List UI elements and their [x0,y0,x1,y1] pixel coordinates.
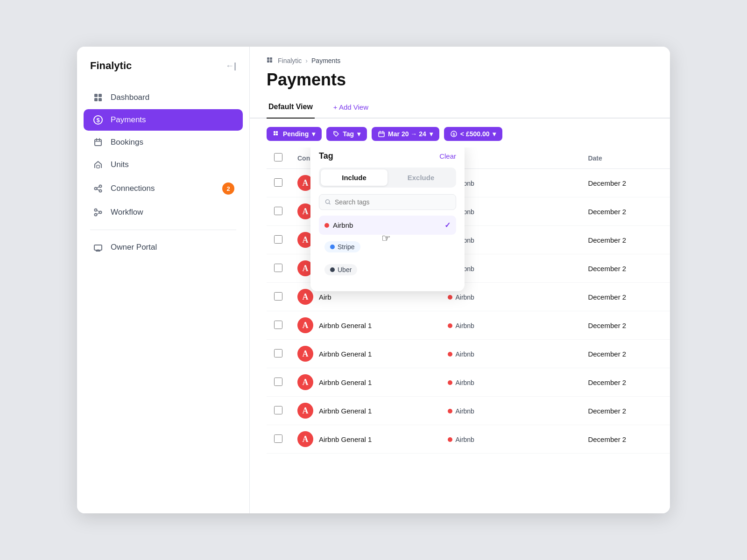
sidebar-item-units[interactable]: Units [84,154,243,175]
units-icon [92,160,104,169]
row-checkbox-3[interactable] [274,235,282,244]
tab-default-view[interactable]: Default View [267,98,315,119]
tag-badge-7: Airbnb [448,350,474,358]
table-row: AAirbnb General 1 Airbnb December 2 [267,340,670,368]
row-checkbox-10[interactable] [274,434,282,443]
tag-dot-5 [448,295,452,300]
filters-row: Pending ▾ Tag ▾ Mar 20 → 24 ▾ $ < £500.0… [250,119,670,147]
sidebar-item-label-owner-portal: Owner Portal [111,243,157,252]
svg-point-9 [99,185,102,188]
collapse-sidebar-button[interactable]: ←| [226,61,236,71]
sidebar-divider [90,230,236,230]
filter-tag-label: Tag [343,130,354,138]
payments-icon: $ [92,115,104,125]
filter-date[interactable]: Mar 20 → 24 ▾ [372,127,439,141]
filter-amount[interactable]: $ < £500.00 ▾ [444,127,503,141]
uber-tag-pill: Uber [324,264,357,275]
page-title: Payments [250,67,670,98]
tag-badge-6: Airbnb [448,322,474,329]
filter-pending-arrow: ▾ [312,130,315,138]
airbnb-icon-6: A [297,317,313,333]
row-checkbox-1[interactable] [274,178,282,187]
select-all-checkbox[interactable] [274,153,282,161]
svg-rect-19 [274,131,275,133]
stripe-tag-pill: Stripe [324,241,360,252]
filter-tag[interactable]: Tag ▾ [326,127,367,141]
tab-add-view[interactable]: + Add View [331,98,370,119]
sidebar-item-label-workflow: Workflow [111,208,143,217]
col-date: Date [580,147,670,169]
connection-cell-5: AAirb [297,289,433,305]
toggle-row: Include Exclude [319,168,456,188]
breadcrumb-sep: › [305,57,308,64]
connections-badge: 2 [222,182,234,195]
filter-amount-arrow: ▾ [493,130,496,138]
row-checkbox-7[interactable] [274,349,282,357]
toggle-exclude-button[interactable]: Exclude [388,169,454,186]
svg-text:$: $ [452,132,455,137]
filter-date-arrow: ▾ [430,130,433,138]
svg-point-8 [95,188,97,190]
sidebar-item-payments[interactable]: $ Payments [84,109,243,131]
svg-rect-7 [97,165,99,168]
row-checkbox-5[interactable] [274,292,282,301]
row-checkbox-9[interactable] [274,406,282,414]
breadcrumb-root: Finalytic [278,57,302,64]
airbnb-icon-7: A [297,346,313,362]
filter-date-label: Mar 20 → 24 [388,130,426,138]
svg-point-13 [95,214,97,216]
tag-badge-10: Airbnb [448,436,474,443]
row-checkbox-6[interactable] [274,321,282,329]
tag-dot-6 [448,323,452,328]
sidebar-item-dashboard[interactable]: Dashboard [84,87,243,108]
table-row: AAirbnb General 1 Airbnb December 2 [267,397,670,425]
dashboard-icon [92,93,104,102]
filter-tag-arrow: ▾ [357,130,360,138]
tag-option-stripe[interactable]: Stripe [319,236,456,258]
connection-cell-10: AAirbnb General 1 [297,431,433,447]
table-row: AAirbnb General 1 Airbnb December 2 [267,425,670,454]
filter-pending[interactable]: Pending ▾ [267,127,322,141]
sidebar-item-label-dashboard: Dashboard [111,93,149,102]
tag-badge-8: Airbnb [448,379,474,386]
tag-search-input[interactable] [335,198,450,206]
sidebar-item-owner-portal[interactable]: Owner Portal [84,237,243,258]
svg-rect-16 [270,57,272,60]
dropdown-clear-button[interactable]: Clear [439,152,456,160]
svg-rect-17 [267,60,269,63]
toggle-include-button[interactable]: Include [321,169,388,186]
tag-option-airbnb[interactable]: Airbnb ✓ [319,216,456,235]
connections-icon [92,184,104,193]
airbnb-check-icon: ✓ [444,221,451,230]
tag-option-airbnb-label: Airbnb [333,221,353,229]
svg-rect-1 [99,94,102,97]
app-logo-row: Finalytic ←| [77,60,249,87]
sidebar-item-workflow[interactable]: Workflow [84,202,243,223]
tag-option-airbnb-left: Airbnb [324,221,353,229]
connection-cell-9: AAirbnb General 1 [297,403,433,419]
sidebar-item-bookings[interactable]: Bookings [84,132,243,153]
row-checkbox-2[interactable] [274,207,282,215]
svg-point-11 [95,209,97,211]
tag-dropdown[interactable]: Tag Clear Include Exclude [310,147,465,291]
tag-option-uber[interactable]: Uber [319,259,456,280]
svg-text:$: $ [96,117,100,124]
row-checkbox-8[interactable] [274,378,282,386]
app-logo: Finalytic [90,60,132,72]
svg-rect-15 [267,57,269,60]
owner-portal-icon [92,243,104,252]
airbnb-tag-dot [324,223,329,228]
search-icon [325,199,331,205]
row-checkbox-4[interactable] [274,264,282,272]
tag-dot-8 [448,380,452,385]
uber-tag-dot [330,267,335,272]
tabs-row: Default View + Add View [250,98,670,119]
main-content: Finalytic › Payments Payments Default Vi… [250,47,670,513]
workflow-icon [92,208,104,217]
connection-cell-7: AAirbnb General 1 [297,346,433,362]
sidebar-item-connections[interactable]: Connections 2 [84,176,243,201]
tag-option-stripe-left: Stripe [324,241,360,252]
filter-amount-label: < £500.00 [460,130,490,138]
sidebar-item-label-bookings: Bookings [111,138,143,147]
bookings-icon [92,138,104,147]
